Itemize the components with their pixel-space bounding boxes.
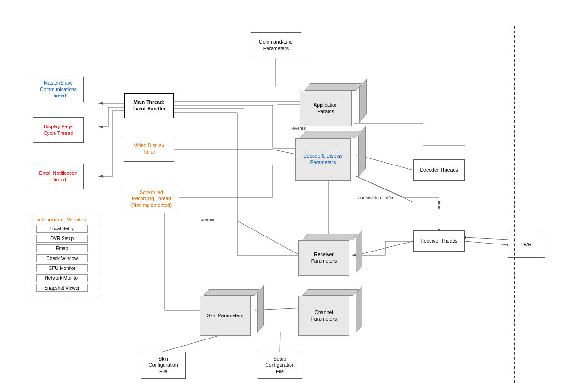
emap-button[interactable]: Emap — [36, 244, 88, 252]
skin-config-label: Skin Configuration File — [149, 356, 178, 375]
snapshot-viewer-button[interactable]: Snapshot Viewer — [36, 284, 88, 292]
application-params-label: ApplicationParams — [314, 102, 337, 115]
modules-group-label: Independent Modules — [36, 217, 96, 222]
command-line-params-box: Command-Line Parameters — [251, 32, 301, 58]
diagram-container: Command-Line Parameters Master/Slave Com… — [0, 0, 588, 386]
scheduled-recording-label: Scheduled Recording Thread (Not implemen… — [131, 189, 172, 209]
channel-params-label: ChannelParameters — [311, 309, 337, 322]
receiver-threads-label: Receiver Theads — [420, 238, 457, 244]
events-label-1: events — [292, 126, 306, 131]
svg-line-19 — [237, 221, 300, 255]
skin-config-box: Skin Configuration File — [141, 352, 186, 379]
receiver-threads-box: Receiver Theads — [413, 230, 465, 252]
events-label-2: events — [201, 217, 214, 222]
decode-display-label: Decode & DisplayParameters — [303, 153, 342, 165]
skin-params-label: Skin Parameters — [207, 313, 243, 319]
master-slave-box: Master/Slave Communications Thread — [33, 77, 84, 102]
svg-marker-4 — [98, 102, 103, 105]
svg-line-55 — [356, 176, 404, 197]
setup-config-label: Setup Configuration File — [265, 356, 294, 375]
email-notification-box: Email Notification Thread — [33, 164, 84, 189]
display-page-label: Display Page Cycle Thread — [44, 124, 73, 136]
master-slave-label: Master/Slave Communications Thread — [40, 80, 77, 99]
svg-line-30 — [465, 237, 508, 240]
svg-marker-58 — [438, 206, 440, 212]
setup-config-box: Setup Configuration File — [258, 352, 302, 379]
dvr-label: DVR — [521, 242, 532, 248]
display-page-box: Display Page Cycle Thread — [33, 117, 84, 143]
svg-line-32 — [356, 241, 413, 255]
receiver-params-label: ReceiverParameters — [311, 252, 337, 264]
cpu-monitor-button[interactable]: CPU Monitor — [36, 264, 88, 272]
main-thread-label: Main Thread: Event Handler — [133, 99, 166, 112]
email-notification-label: Email Notification Thread — [39, 170, 77, 183]
video-timer-box: Video Display Timer — [124, 136, 174, 162]
svg-marker-25 — [438, 201, 440, 207]
dvr-box: DVR — [508, 232, 545, 258]
check-window-button[interactable]: Check Window — [36, 254, 88, 262]
local-setup-button[interactable]: Local Setup — [36, 225, 88, 233]
dvr-setup-button[interactable]: DVR Setup — [36, 235, 88, 243]
modules-group: Independent Modules Local Setup DVR Setu… — [32, 213, 100, 298]
main-thread-box: Main Thread: Event Handler — [124, 93, 174, 118]
audio-video-buffer-label: audio/video buffer — [358, 195, 393, 200]
svg-line-38 — [280, 332, 280, 352]
svg-marker-8 — [98, 126, 103, 128]
scheduled-recording-box: Scheduled Recording Thread (Not implemen… — [124, 185, 179, 213]
command-line-params-label: Command-Line Parameters — [259, 39, 293, 52]
svg-line-27 — [465, 241, 508, 245]
svg-marker-12 — [98, 175, 103, 178]
decoder-threads-box: Decoder Threads — [413, 159, 465, 181]
decoder-threads-label: Decoder Threads — [420, 167, 458, 173]
network-monitor-button[interactable]: Network Monitor — [36, 274, 88, 282]
video-timer-label: Video Display Timer — [134, 142, 164, 155]
dashed-separator-line — [514, 26, 515, 383]
